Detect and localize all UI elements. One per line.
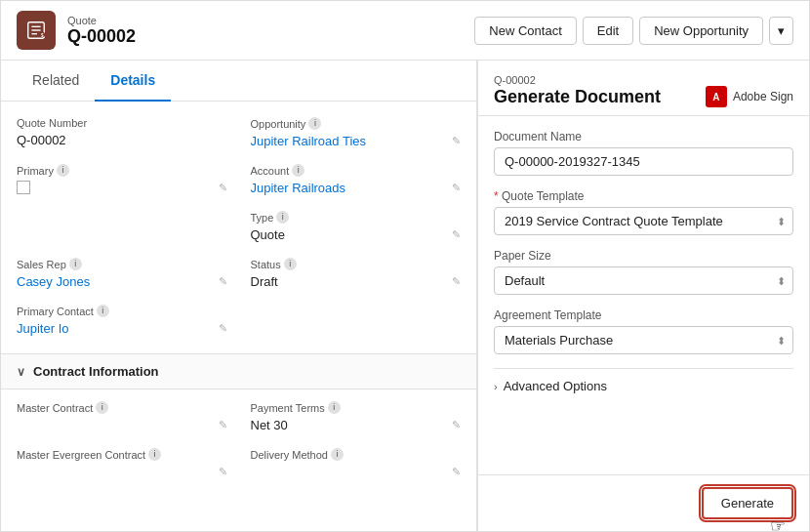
payment-terms-info-icon[interactable]: i <box>328 401 341 414</box>
empty-field <box>17 211 227 244</box>
sales-rep-label: Sales Rep i <box>17 258 227 270</box>
sales-rep-info-icon[interactable]: i <box>69 258 82 270</box>
main-content: Related Details Quote Number Q-00002 <box>1 61 809 531</box>
account-edit-icon[interactable]: ✎ <box>452 182 461 194</box>
delivery-method-edit-icon[interactable]: ✎ <box>452 466 461 478</box>
new-opportunity-button[interactable]: New Opportunity <box>639 17 763 45</box>
generate-button-wrapper: Generate ☞ <box>702 487 793 519</box>
master-evergreen-info-icon[interactable]: i <box>148 448 161 461</box>
status-field: Status i Draft ✎ <box>251 258 462 291</box>
primary-checkbox[interactable] <box>17 181 30 194</box>
master-contract-edit-icon[interactable]: ✎ <box>219 419 227 431</box>
header-actions: New Contact Edit New Opportunity ▾ <box>474 17 793 45</box>
right-panel-title: Generate Document <box>494 87 661 107</box>
type-info-icon[interactable]: i <box>276 211 289 224</box>
paper-size-label: Paper Size <box>494 249 793 263</box>
tab-details[interactable]: Details <box>95 61 171 102</box>
master-contract-field: Master Contract i ✎ <box>17 401 227 434</box>
delivery-method-info-icon[interactable]: i <box>331 448 344 461</box>
agreement-template-select[interactable]: Materials Purchase <box>494 326 793 354</box>
header-title-block: Quote Q-00002 <box>67 15 136 47</box>
quote-number-label: Quote Number <box>17 117 227 129</box>
contract-section-header[interactable]: ∨ Contract Information <box>1 353 476 389</box>
right-panel-footer: Generate ☞ <box>478 474 809 531</box>
status-info-icon[interactable]: i <box>284 258 297 270</box>
quote-template-label: Quote Template <box>494 189 793 203</box>
quote-template-select[interactable]: 2019 Service Contract Quote Template <box>494 207 793 235</box>
primary-contact-edit-icon[interactable]: ✎ <box>219 322 227 335</box>
quote-template-field: Quote Template 2019 Service Contract Quo… <box>494 189 793 235</box>
payment-terms-edit-icon[interactable]: ✎ <box>452 419 461 431</box>
account-field: Account i Jupiter Railroads ✎ <box>251 164 462 197</box>
right-panel-subtitle: Q-00002 <box>494 74 793 86</box>
header-left: $ Quote Q-00002 <box>17 11 136 50</box>
left-panel: Related Details Quote Number Q-00002 <box>1 61 477 531</box>
primary-info-icon[interactable]: i <box>57 164 69 177</box>
payment-terms-value: Net 30 ✎ <box>251 416 462 434</box>
app-window: $ Quote Q-00002 New Contact Edit New Opp… <box>0 0 810 532</box>
document-name-input[interactable] <box>494 147 793 176</box>
primary-contact-link[interactable]: Jupiter Io <box>17 321 68 336</box>
master-evergreen-label: Master Evergreen Contract i <box>17 448 227 461</box>
type-edit-icon[interactable]: ✎ <box>452 228 461 241</box>
tabs: Related Details <box>1 61 476 102</box>
contract-section-label: Contract Information <box>33 364 159 379</box>
paper-size-select[interactable]: Default <box>494 266 793 295</box>
document-name-field: Document Name <box>494 130 793 176</box>
adobe-sign-label: Adobe Sign <box>733 90 793 103</box>
quote-template-select-wrapper: 2019 Service Contract Quote Template <box>494 207 793 235</box>
right-panel: Q-00002 Generate Document A Adobe Sign D… <box>477 61 809 531</box>
account-label: Account i <box>251 164 462 177</box>
status-edit-icon[interactable]: ✎ <box>452 275 461 288</box>
master-contract-info-icon[interactable]: i <box>96 401 108 414</box>
master-contract-value: ✎ <box>17 416 227 434</box>
contract-fields-grid: Master Contract i ✎ Payment Terms i <box>17 401 461 481</box>
master-evergreen-value: ✎ <box>17 463 227 481</box>
primary-contact-label: Primary Contact i <box>17 305 227 317</box>
page-header: $ Quote Q-00002 New Contact Edit New Opp… <box>1 1 809 61</box>
new-contact-button[interactable]: New Contact <box>474 17 576 45</box>
opportunity-link[interactable]: Jupiter Railroad Ties <box>251 134 367 148</box>
right-panel-body: Document Name Quote Template 2019 Servic… <box>478 116 809 474</box>
delivery-method-field: Delivery Method i ✎ <box>251 448 462 481</box>
payment-terms-label: Payment Terms i <box>251 401 462 414</box>
agreement-template-field: Agreement Template Materials Purchase <box>494 308 793 354</box>
primary-contact-value: Jupiter Io ✎ <box>17 319 227 338</box>
primary-contact-info-icon[interactable]: i <box>97 305 109 317</box>
right-title-row: Generate Document A Adobe Sign <box>494 86 793 107</box>
opportunity-value: Jupiter Railroad Ties ✎ <box>251 132 462 150</box>
master-evergreen-edit-icon[interactable]: ✎ <box>219 466 227 478</box>
quote-icon: $ <box>17 11 56 50</box>
tab-related[interactable]: Related <box>17 61 95 102</box>
fields-grid: Quote Number Q-00002 Opportunity i <box>17 117 461 338</box>
primary-edit-icon[interactable]: ✎ <box>219 182 227 194</box>
account-link[interactable]: Jupiter Railroads <box>251 181 346 195</box>
status-label: Status i <box>251 258 462 270</box>
opportunity-info-icon[interactable]: i <box>308 117 321 130</box>
document-name-label: Document Name <box>494 130 793 143</box>
type-field: Type i Quote ✎ <box>251 211 462 244</box>
actions-dropdown-button[interactable]: ▾ <box>769 17 793 45</box>
delivery-method-label: Delivery Method i <box>251 448 462 461</box>
sales-rep-value: Casey Jones ✎ <box>17 272 227 291</box>
sales-rep-link[interactable]: Casey Jones <box>17 274 90 289</box>
right-panel-header: Q-00002 Generate Document A Adobe Sign <box>478 61 809 116</box>
primary-contact-field: Primary Contact i Jupiter Io ✎ <box>17 305 227 338</box>
sales-rep-edit-icon[interactable]: ✎ <box>219 275 227 288</box>
opportunity-label: Opportunity i <box>251 117 462 130</box>
opportunity-field: Opportunity i Jupiter Railroad Ties ✎ <box>251 117 462 150</box>
adobe-icon: A <box>706 86 727 107</box>
type-value: Quote ✎ <box>251 225 462 244</box>
advanced-options-chevron: › <box>494 381 498 392</box>
account-info-icon[interactable]: i <box>292 164 304 177</box>
opportunity-edit-icon[interactable]: ✎ <box>452 135 461 147</box>
cursor-icon: ☞ <box>770 515 786 531</box>
master-contract-label: Master Contract i <box>17 401 227 414</box>
master-evergreen-field: Master Evergreen Contract i ✎ <box>17 448 227 481</box>
quote-number-value: Q-00002 <box>17 131 227 149</box>
adobe-sign-badge: A Adobe Sign <box>706 86 793 107</box>
agreement-template-label: Agreement Template <box>494 308 793 322</box>
delivery-method-value: ✎ <box>251 463 462 481</box>
edit-button[interactable]: Edit <box>583 17 633 45</box>
advanced-options-row[interactable]: › Advanced Options <box>494 368 793 403</box>
